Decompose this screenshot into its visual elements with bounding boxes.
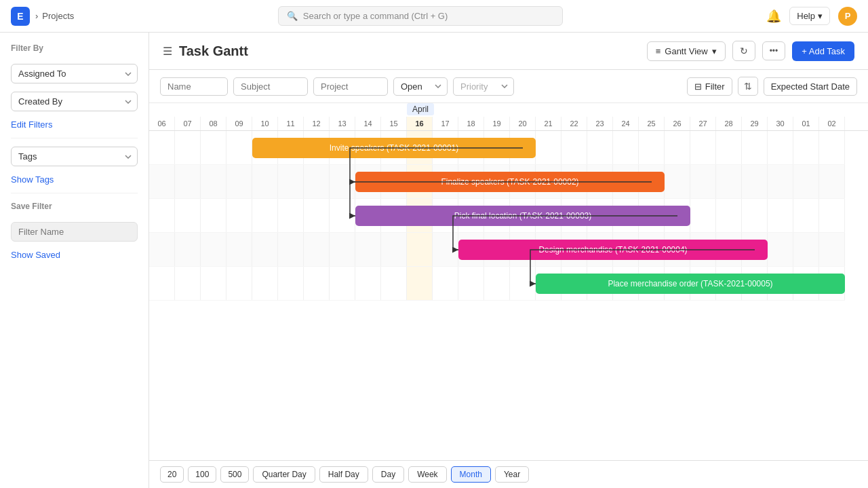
show-tags-button[interactable]: Show Tags <box>11 174 138 185</box>
gantt-date-cell: 13 <box>330 117 355 130</box>
gantt-chart[interactable]: April06070809101112131415161718192021222… <box>149 103 868 460</box>
help-chevron-icon: ▾ <box>818 11 823 21</box>
edit-filters-button[interactable]: Edit Filters <box>11 119 138 130</box>
project-filter[interactable] <box>313 77 388 96</box>
tags-filter[interactable]: Tags <box>11 147 138 166</box>
filter-icon: ⊟ <box>694 81 702 92</box>
gantt-date-cell: 10 <box>252 117 278 130</box>
gantt-date-cell: 28 <box>716 117 742 130</box>
gantt-date-cell: 23 <box>587 117 613 130</box>
gantt-date-cell: 08 <box>201 117 226 130</box>
gantt-header: April06070809101112131415161718192021222… <box>149 103 868 131</box>
assigned-to-filter[interactable]: Assigned To <box>11 64 138 83</box>
sort-icon: ⇅ <box>744 81 752 92</box>
tags-row: Tags <box>11 147 138 166</box>
breadcrumb-projects[interactable]: Projects <box>42 11 74 21</box>
zoom-100-button[interactable]: 100 <box>188 466 216 483</box>
gantt-date-cell: 16 <box>407 117 433 130</box>
gantt-task-bar[interactable]: Design merchandise (TASK-2021-00004) <box>458 240 768 260</box>
gantt-date-cell: 06 <box>149 117 175 130</box>
search-area: 🔍 Search or type a command (Ctrl + G) <box>278 6 563 26</box>
page-title: Task Gantt <box>179 43 248 59</box>
gantt-date-cell: 21 <box>536 117 561 130</box>
gantt-date-cell: 11 <box>278 117 304 130</box>
gantt-date-cell: 02 <box>819 117 845 130</box>
created-by-filter[interactable]: Created By <box>11 92 138 111</box>
sort-button[interactable]: ⇅ <box>738 77 758 96</box>
gantt-date-cell: 27 <box>690 117 716 130</box>
gantt-header-wrapper: April06070809101112131415161718192021222… <box>149 103 868 130</box>
quarter-day-button[interactable]: Quarter Day <box>253 466 315 483</box>
more-options-button[interactable]: ••• <box>762 41 786 60</box>
gantt-date-cell: 20 <box>510 117 536 130</box>
breadcrumb: › Projects <box>35 11 74 21</box>
notification-bell[interactable]: 🔔 <box>766 9 781 24</box>
gantt-task-bar[interactable]: Finalize speakers (TASK-2021-00002) <box>355 172 665 192</box>
add-task-button[interactable]: + Add Task <box>792 41 854 61</box>
avatar[interactable]: P <box>838 7 857 26</box>
hamburger-icon[interactable]: ☰ <box>163 45 172 58</box>
main-content: ☰ Task Gantt ≡ Gantt View ▾ ↻ ••• + Add … <box>149 33 868 488</box>
refresh-button[interactable]: ↻ <box>732 41 755 61</box>
gantt-view-chevron: ▾ <box>712 46 717 56</box>
gantt-date-cell: 01 <box>793 117 819 130</box>
gantt-task-bar[interactable]: Place merchandise order (TASK-2021-00005… <box>536 274 845 294</box>
month-button[interactable]: Month <box>451 466 491 483</box>
gantt-rows: Invite speakers (TASK-2021-00001)Finaliz… <box>149 131 868 301</box>
gantt-date-cell: 12 <box>304 117 330 130</box>
gantt-row: Place merchandise order (TASK-2021-00005… <box>149 267 845 301</box>
help-button[interactable]: Help ▾ <box>789 7 830 25</box>
gantt-date-cell: 19 <box>484 117 510 130</box>
gantt-date-cell: 09 <box>226 117 252 130</box>
gantt-toolbar: Open Priority ⊟ Filter ⇅ Expected Start … <box>149 70 868 103</box>
top-navigation: E › Projects 🔍 Search or type a command … <box>0 0 868 33</box>
zoom-20-button[interactable]: 20 <box>160 466 184 483</box>
page-header: ☰ Task Gantt ≡ Gantt View ▾ ↻ ••• + Add … <box>149 33 868 70</box>
gantt-date-cell: 22 <box>561 117 587 130</box>
gantt-view-icon: ≡ <box>656 46 661 56</box>
filter-name-input[interactable] <box>11 222 138 242</box>
filter-label: Filter <box>705 81 725 92</box>
half-day-button[interactable]: Half Day <box>319 466 368 483</box>
gantt-date-cell: 26 <box>665 117 690 130</box>
priority-filter[interactable]: Priority <box>453 77 514 96</box>
gantt-task-bar[interactable]: Invite speakers (TASK-2021-00001) <box>252 138 536 158</box>
gantt-row: Design merchandise (TASK-2021-00004) <box>149 233 845 267</box>
year-button[interactable]: Year <box>495 466 529 483</box>
gantt-date-cell: 30 <box>768 117 793 130</box>
gantt-date-cell: 24 <box>613 117 639 130</box>
divider2 <box>11 193 138 193</box>
breadcrumb-chevron: › <box>35 11 38 21</box>
main-layout: Filter By Assigned To Created By Edit Fi… <box>0 33 868 488</box>
status-filter[interactable]: Open <box>393 77 448 96</box>
divider <box>11 138 138 138</box>
gantt-task-bar[interactable]: Pick final location (TASK-2021-00003) <box>355 206 690 226</box>
gantt-row: Invite speakers (TASK-2021-00001) <box>149 131 845 165</box>
week-button[interactable]: Week <box>408 466 446 483</box>
show-saved-button[interactable]: Show Saved <box>11 250 138 260</box>
gantt-date-cell: 18 <box>458 117 484 130</box>
search-box[interactable]: 🔍 Search or type a command (Ctrl + G) <box>278 6 563 26</box>
subject-filter[interactable] <box>233 77 308 96</box>
gantt-row: Finalize speakers (TASK-2021-00002) <box>149 165 845 199</box>
nav-left: E › Projects <box>11 7 74 26</box>
gantt-date-cell: 25 <box>639 117 665 130</box>
app-logo: E <box>11 7 30 26</box>
expected-start-button[interactable]: Expected Start Date <box>764 77 857 96</box>
gantt-view-button[interactable]: ≡ Gantt View ▾ <box>647 41 726 61</box>
gantt-row: Pick final location (TASK-2021-00003) <box>149 199 845 233</box>
help-label: Help <box>797 11 815 21</box>
gantt-dates-row: 0607080910111213141516171819202122232425… <box>149 117 868 130</box>
search-placeholder: Search or type a command (Ctrl + G) <box>303 11 448 21</box>
gantt-month-label: April <box>407 103 434 115</box>
zoom-500-button[interactable]: 500 <box>220 466 249 483</box>
gantt-date-cell: 07 <box>175 117 201 130</box>
filter-button[interactable]: ⊟ Filter <box>687 77 732 96</box>
day-button[interactable]: Day <box>372 466 404 483</box>
gantt-date-cell: 29 <box>742 117 768 130</box>
gantt-bottom: 20 100 500 Quarter Day Half Day Day Week… <box>149 460 868 488</box>
name-filter[interactable] <box>160 77 228 96</box>
gantt-date-cell: 14 <box>355 117 381 130</box>
nav-right: 🔔 Help ▾ P <box>766 7 857 26</box>
gantt-date-cell: 15 <box>381 117 407 130</box>
